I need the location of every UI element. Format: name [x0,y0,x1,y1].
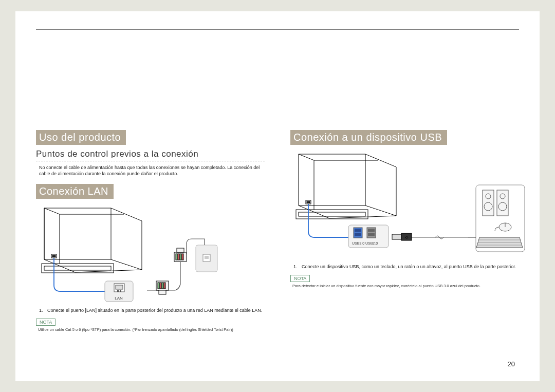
usb-diagram: USB3.0 USB2.0 ⬌ [293,149,519,259]
svg-text:⬌: ⬌ [405,236,408,239]
page-number: 20 [508,360,515,368]
svg-rect-8 [120,290,121,292]
right-column: Conexión a un dispositivo USB [290,130,519,333]
usb-step-1: 1. Conecte un dispositivo USB, como un t… [290,264,519,270]
lan-port-label: LAN [115,296,123,301]
section-heading-usb: Conexión a un dispositivo USB [290,130,447,145]
step-number: 1. [39,307,44,314]
step-text: Conecte el puerto [LAN] situado en la pa… [47,307,262,314]
section-heading-lan: Conexión LAN [36,184,114,199]
svg-rect-6 [116,285,123,289]
svg-rect-12 [180,254,181,260]
svg-rect-37 [392,234,401,239]
svg-rect-34 [368,233,375,236]
svg-point-42 [486,194,491,199]
left-column: Uso del producto Puntos de control previ… [36,130,265,333]
top-rule [36,29,519,30]
svg-point-45 [500,194,505,199]
svg-rect-19 [164,283,165,289]
usb-note-text: Para detectar e iniciar un dispositivo f… [290,284,519,289]
lan-note-text: Utilice un cable Cat 5 o 6 (tipo *STP) p… [36,327,265,332]
lan-diagram: LAN [39,203,265,303]
warning-text: No conecte el cable de alimentación hast… [36,164,265,177]
svg-rect-14 [177,248,184,252]
svg-point-43 [484,202,492,211]
step-text: Conecte un dispositivo USB, como un tecl… [302,264,516,270]
manual-page: Uso del producto Puntos de control previ… [15,11,540,381]
two-column-layout: Uso del producto Puntos de control previ… [36,130,519,333]
svg-text:USB2.0: USB2.0 [365,241,378,245]
lan-step-1: 1. Conecte el puerto [LAN] situado en la… [36,307,265,314]
svg-rect-11 [178,254,179,260]
svg-point-46 [498,202,507,211]
section-heading-uso: Uso del producto [36,130,126,145]
svg-text:USB3.0: USB3.0 [352,241,364,245]
nota-label-left: NOTA [36,319,55,326]
svg-rect-3 [52,255,55,257]
svg-rect-31 [355,233,361,236]
svg-rect-27 [307,201,310,203]
svg-rect-7 [117,290,119,292]
svg-rect-23 [205,256,209,259]
svg-rect-18 [162,283,163,289]
subheading-puntos: Puntos de control previos a la conexión [36,149,265,161]
svg-rect-16 [158,283,159,289]
svg-rect-30 [355,229,361,232]
svg-rect-17 [160,283,161,289]
nota-label-right: NOTA [290,275,310,282]
svg-rect-13 [182,254,183,260]
step-number: 1. [293,264,299,270]
svg-rect-33 [368,229,375,232]
svg-rect-10 [176,254,177,260]
svg-rect-20 [159,290,166,294]
